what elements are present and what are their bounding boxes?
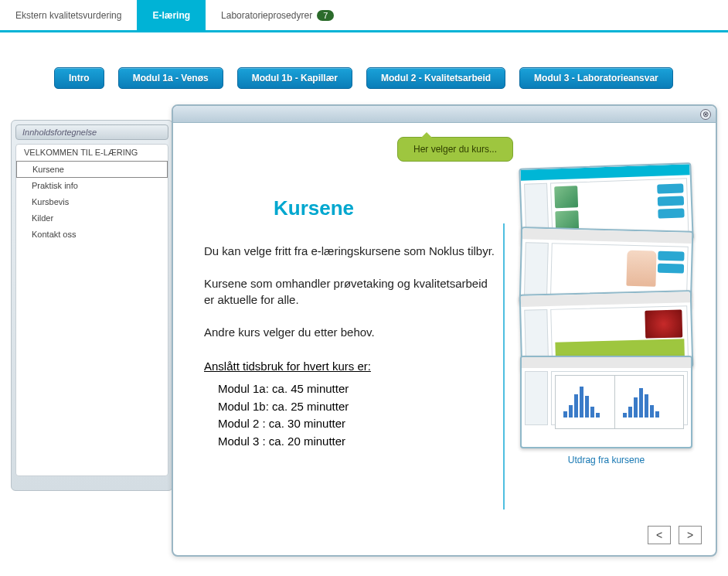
module-3-button[interactable]: Modul 3 - Laboratorieansvar [519, 67, 673, 89]
callout: Her velger du kurs... [397, 137, 513, 162]
sidebar: Innholdsfortegnelse VELKOMMEN TIL E-LÆRI… [11, 120, 173, 491]
labproc-badge: 7 [317, 10, 334, 21]
toc-item-kursbevis[interactable]: Kursbevis [16, 194, 168, 210]
thumbnail-4 [520, 356, 692, 448]
time-m1a: Modul 1a: ca. 45 minutter [218, 380, 495, 398]
toc-item-kursene[interactable]: Kursene [16, 161, 168, 178]
content-heading: Kursene [274, 196, 495, 220]
paragraph-3: Andre kurs velger du etter behov. [204, 325, 495, 340]
panel-titlebar: ⊗ [173, 106, 716, 123]
pager: < > [648, 526, 702, 544]
paragraph-1: Du kan velge fritt fra e-læringskursene … [204, 244, 495, 259]
toc-item-welcome[interactable]: VELKOMMEN TIL E-LÆRING [16, 145, 168, 161]
module-1a-button[interactable]: Modul 1a - Venøs [118, 67, 223, 89]
tab-labproc-label: Laboratorieprosedyrer [221, 10, 312, 21]
tab-ekstern[interactable]: Ekstern kvalitetsvurdering [0, 0, 137, 32]
module-1b-button[interactable]: Modul 1b - Kapillær [237, 67, 352, 89]
top-tabs: Ekstern kvalitetsvurdering E-læring Labo… [0, 0, 728, 32]
next-button[interactable]: > [679, 526, 702, 544]
sidebar-title: Innholdsfortegnelse [15, 124, 168, 140]
paragraph-2: Kursene som omhandler prøvetaking og kva… [204, 276, 495, 308]
content-panel: ⊗ Her velger du kurs... Kursene Du kan v… [172, 104, 717, 557]
thumbnail-stack: Utdrag fra kursene [520, 165, 692, 510]
toc-item-kontakt[interactable]: Kontakt oss [16, 227, 168, 243]
time-m1b: Modul 1b: ca. 25 minutter [218, 398, 495, 416]
tab-elaering[interactable]: E-læring [137, 0, 206, 32]
tab-labproc[interactable]: Laboratorieprosedyrer 7 [206, 0, 349, 32]
callout-text: Her velger du kurs... [397, 137, 513, 162]
module-nav: Intro Modul 1a - Venøs Modul 1b - Kapill… [0, 32, 728, 104]
thumbnail-caption: Utdrag fra kursene [520, 455, 692, 465]
divider-line [503, 223, 505, 510]
time-list: Modul 1a: ca. 45 minutter Modul 1b: ca. … [204, 380, 495, 450]
toc-list[interactable]: VELKOMMEN TIL E-LÆRING Kursene Praktisk … [15, 144, 168, 476]
module-intro-button[interactable]: Intro [54, 67, 104, 89]
module-2-button[interactable]: Modul 2 - Kvalitetsarbeid [366, 67, 505, 89]
collapse-icon[interactable]: ⊗ [700, 109, 711, 120]
time-m2: Modul 2 : ca. 30 minutter [218, 415, 495, 433]
content-text: Kursene Du kan velge fritt fra e-lærings… [204, 146, 495, 510]
toc-item-praktisk[interactable]: Praktisk info [16, 178, 168, 194]
time-m3: Modul 3 : ca. 20 minutter [218, 433, 495, 451]
time-heading: Anslått tidsbruk for hvert kurs er: [204, 360, 495, 373]
toc-item-kilder[interactable]: Kilder [16, 210, 168, 227]
prev-button[interactable]: < [648, 526, 671, 544]
